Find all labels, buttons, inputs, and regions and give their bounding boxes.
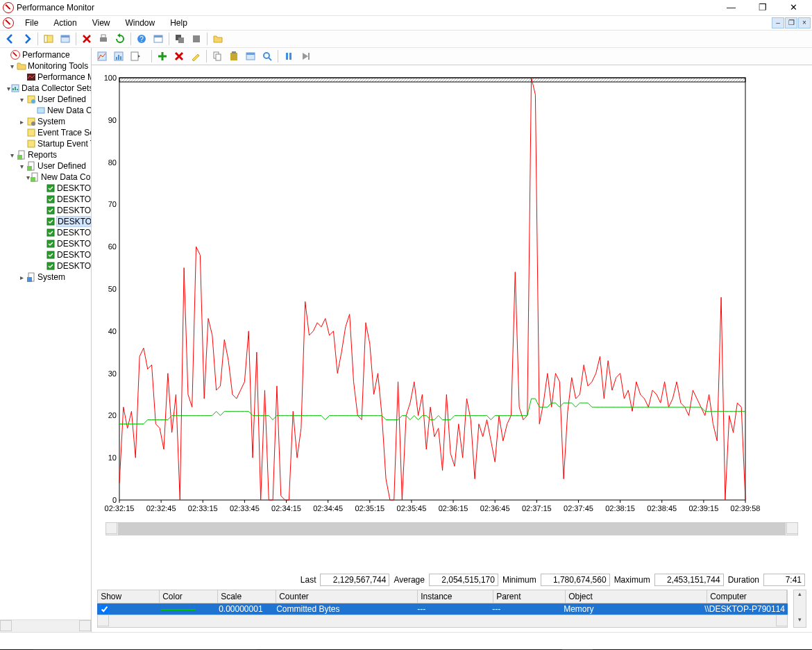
tree-system-2[interactable]: System	[37, 272, 65, 282]
back-button[interactable]	[3, 31, 18, 47]
tree-monitoring-tools[interactable]: Monitoring Tools	[28, 61, 88, 71]
tree-new-dcs[interactable]: New Data Collector Set	[47, 106, 91, 115]
paste-button[interactable]	[226, 49, 242, 64]
col-computer[interactable]: Computer	[707, 590, 787, 603]
tree-report-item[interactable]: DESKTOP-P790114_20	[0, 227, 91, 238]
col-parent[interactable]: Parent	[493, 590, 566, 603]
delete-button[interactable]	[79, 31, 94, 47]
twisty[interactable]: ▾	[17, 96, 26, 103]
minimize-button[interactable]: —	[716, 0, 747, 15]
add-counter-button[interactable]	[155, 49, 170, 64]
mdi-restore[interactable]: ❐	[785, 17, 797, 28]
svg-point-19	[31, 122, 35, 126]
col-object[interactable]: Object	[566, 590, 707, 603]
tree-h-scrollbar[interactable]	[0, 619, 91, 632]
cascade-button[interactable]	[172, 31, 187, 47]
tree-new-dcs-2[interactable]: New Data Collector Set	[41, 172, 91, 182]
tree-report-item[interactable]: DESKTOP-P790114_20	[0, 194, 91, 205]
forward-button[interactable]	[19, 31, 35, 47]
maximize-button[interactable]: ❐	[747, 0, 778, 15]
tree-report-label: DESKTOP-P790114_20	[57, 261, 91, 271]
tree-report-item[interactable]: DESKTOP-P790114_20	[0, 249, 91, 260]
refresh-button[interactable]	[112, 31, 128, 47]
window-title: Performance Monitor	[17, 3, 716, 12]
report-icon	[46, 217, 56, 226]
window-button[interactable]	[151, 31, 166, 47]
chart-h-scrollbar[interactable]	[105, 522, 798, 535]
mdi-minimize[interactable]: –	[772, 17, 784, 28]
stat-avg: 2,054,515,170	[429, 574, 498, 586]
tree-dcs[interactable]: Data Collector Sets	[22, 83, 91, 93]
twisty[interactable]: ▾	[17, 162, 26, 170]
svg-rect-25	[27, 166, 32, 171]
svg-rect-27	[31, 177, 35, 182]
tree-system[interactable]: System	[37, 117, 65, 126]
svg-text:02:39:58: 02:39:58	[731, 504, 761, 512]
copy-button[interactable]	[210, 49, 225, 64]
counter-color-swatch	[161, 609, 196, 610]
status-bar	[0, 632, 812, 649]
stat-min-label: Minimum	[502, 575, 536, 585]
twisty[interactable]: ▸	[17, 274, 26, 281]
svg-rect-37	[27, 277, 32, 282]
svg-text:02:37:15: 02:37:15	[522, 504, 552, 512]
svg-text:02:39:15: 02:39:15	[689, 504, 719, 512]
tree-report-item[interactable]: DESKTOP-P790114_20	[0, 260, 91, 272]
tree-report-item[interactable]: DESKTOP-P790114_20	[0, 205, 91, 216]
twisty[interactable]: ▾	[7, 62, 17, 70]
view-log-button[interactable]	[111, 49, 126, 64]
tile-button[interactable]	[189, 31, 204, 47]
ets-icon	[26, 128, 36, 138]
menu-action[interactable]: Action	[46, 16, 83, 30]
tree-ets[interactable]: Event Trace Sessions	[37, 128, 91, 138]
svg-text:100: 100	[104, 74, 117, 82]
view-current-button[interactable]	[94, 49, 110, 64]
graph-type-button[interactable]	[128, 49, 143, 64]
tree-report-label: DESKTOP-P790114_20	[57, 228, 91, 238]
properties-button[interactable]	[58, 31, 73, 47]
help-button[interactable]: ?	[134, 31, 149, 47]
tree-report-item[interactable]: DESKTOP-P790114_20	[0, 216, 91, 227]
zoom-button[interactable]	[260, 49, 275, 64]
twisty[interactable]: ▸	[17, 118, 26, 126]
update-button[interactable]	[298, 49, 313, 64]
folder-button[interactable]	[210, 31, 226, 47]
svg-point-50	[264, 53, 269, 58]
counter-v-scrollbar[interactable]: ▴ ▾	[793, 590, 806, 628]
counter-instance: ---	[414, 603, 489, 615]
menu-file[interactable]: File	[18, 16, 45, 30]
show-hide-tree-button[interactable]	[41, 31, 56, 47]
remove-counter-button[interactable]	[171, 49, 187, 64]
tree-report-label: DESKTOP-P790114_20	[57, 250, 91, 260]
system-icon	[26, 272, 36, 282]
dcs-item-icon	[36, 106, 46, 115]
tree-report-item[interactable]: DESKTOP-P790114_20	[0, 183, 91, 194]
reports-icon	[17, 150, 26, 160]
print-button[interactable]	[96, 31, 111, 47]
menu-window[interactable]: Window	[119, 16, 162, 30]
menu-help[interactable]: Help	[163, 16, 194, 30]
counter-show-checkbox[interactable]	[100, 605, 109, 614]
col-color[interactable]: Color	[160, 590, 218, 603]
twisty[interactable]: ▾	[7, 151, 17, 159]
col-instance[interactable]: Instance	[418, 590, 493, 603]
col-scale[interactable]: Scale	[218, 590, 276, 603]
freeze-button[interactable]	[281, 49, 296, 64]
tree-user-defined[interactable]: User Defined	[37, 94, 86, 104]
close-button[interactable]: ✕	[778, 0, 809, 15]
mdi-close[interactable]: ×	[798, 17, 811, 28]
tree-report-item[interactable]: DESKTOP-P790114_20	[0, 238, 91, 249]
tree-perfmon[interactable]: Performance Monitor	[37, 72, 91, 82]
tree-sets[interactable]: Startup Event Trace Sessions	[37, 139, 91, 149]
highlight-button[interactable]	[188, 49, 203, 64]
col-show[interactable]: Show	[98, 590, 160, 603]
menu-view[interactable]: View	[85, 16, 117, 30]
svg-text:02:38:15: 02:38:15	[605, 504, 635, 512]
col-counter[interactable]: Counter	[276, 590, 418, 603]
counter-row[interactable]: 0.00000001 Committed Bytes --- --- Memor…	[97, 603, 788, 615]
tree-performance[interactable]: Performance	[22, 50, 70, 60]
tree-user-defined-2[interactable]: User Defined	[37, 161, 86, 171]
counter-h-scrollbar[interactable]	[97, 615, 788, 628]
tree-reports[interactable]: Reports	[28, 150, 57, 160]
properties-chart-button[interactable]	[243, 49, 258, 64]
